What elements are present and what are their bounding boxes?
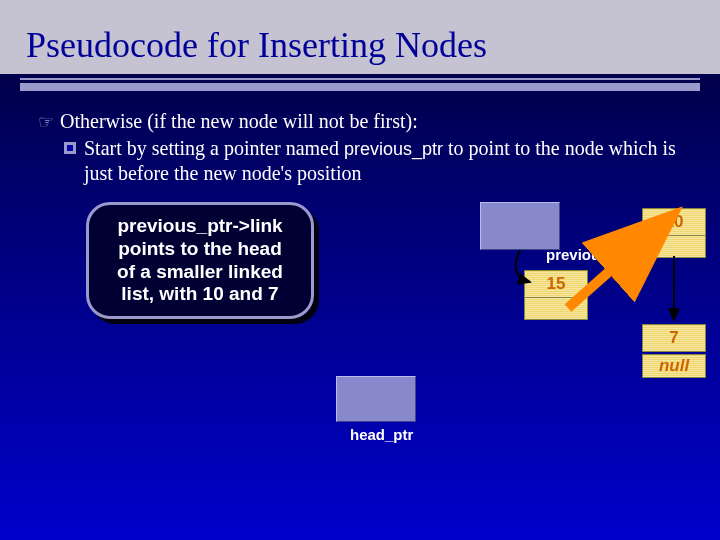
head-ptr-box [336,376,416,422]
callout-line-2: points to the head [103,238,297,261]
head-ptr-label: head_ptr [350,426,413,445]
square-bullet-icon [64,142,76,154]
title-underline [0,78,720,91]
node-15-link [525,297,587,319]
node-7: 7 [642,324,706,352]
bullet-sub: Start by setting a pointer named previou… [64,136,684,186]
callout-line-3: of a smaller linked [103,261,297,284]
node-10-value: 10 [643,209,705,235]
node-10-link [643,235,705,257]
hand-icon: ☞ [38,111,54,134]
previous-ptr-label: previous_ptr [546,246,637,265]
node-10: 10 [642,208,706,258]
callout-line-4: list, with 10 and 7 [103,283,297,306]
node-null-value: null [643,355,705,377]
bullet-main: ☞ Otherwise (if the new node will not be… [38,109,684,134]
page-title: Pseudocode for Inserting Nodes [0,0,720,74]
node-null: null [642,354,706,378]
bullet-sub-text: Start by setting a pointer named previou… [84,136,684,186]
content-area: ☞ Otherwise (if the new node will not be… [0,91,720,486]
callout-box: previous_ptr->link points to the head of… [86,202,314,319]
previous-ptr-box [480,202,560,250]
node-7-value: 7 [643,325,705,351]
diagram: previous_ptr->link points to the head of… [38,186,684,486]
node-15: 15 [524,270,588,320]
node-15-value: 15 [525,271,587,297]
callout-line-1: previous_ptr->link [103,215,297,238]
bullet-main-text: Otherwise (if the new node will not be f… [60,109,418,134]
